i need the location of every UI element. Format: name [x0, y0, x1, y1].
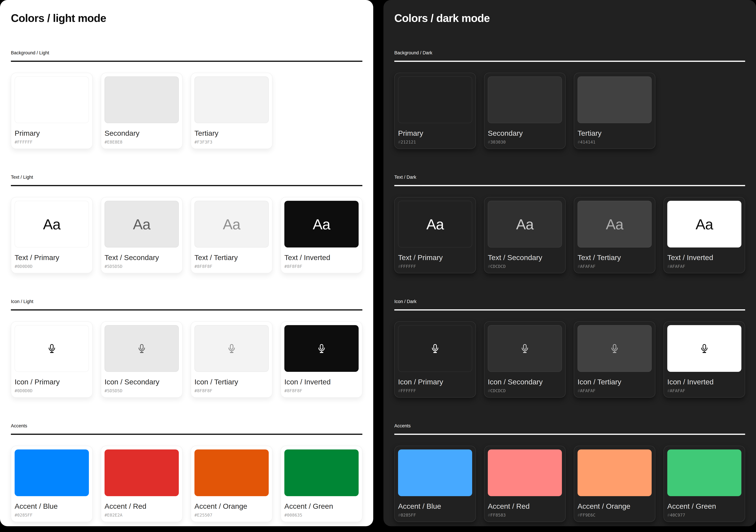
section-label: Icon / Dark: [394, 299, 745, 304]
section-divider: [394, 61, 745, 62]
card-hex: #0D0D0D: [14, 389, 89, 393]
section-icon-light: Icon / Light Icon / Primary #0D0D0D Icon…: [11, 299, 363, 398]
card-name: Text / Tertiary: [195, 253, 269, 262]
card-hex: #0285FF: [14, 513, 89, 518]
section-accents-dark: Accents Accent / Blue #0285FF Accent / R…: [394, 423, 745, 522]
aa-sample: Aa: [606, 217, 623, 232]
card-bg-tertiary: Tertiary #414141: [574, 73, 655, 149]
card-name: Accent / Green: [284, 502, 359, 510]
card-icon-inverted: Icon / Inverted #8F8F8F: [281, 321, 363, 398]
card-name: Text / Inverted: [284, 253, 359, 262]
color-swatch: [667, 449, 742, 496]
color-swatch: [14, 449, 89, 496]
text-sample-swatch: Aa: [104, 201, 179, 247]
icon-sample-swatch: [284, 325, 359, 372]
section-background-light: Background / Light Primary #FFFFFF Secon…: [11, 50, 363, 149]
color-swatch: [195, 449, 269, 496]
card-bg-primary: Primary #212121: [394, 73, 476, 149]
card-hex: #FFFFFF: [398, 264, 472, 269]
card-name: Text / Primary: [398, 253, 472, 262]
card-row: Primary #FFFFFF Secondary #E8E8E8 Tertia…: [11, 73, 363, 149]
icon-sample-swatch: [578, 325, 652, 372]
card-hex: #E8E8E8: [104, 140, 179, 144]
card-name: Icon / Secondary: [488, 378, 562, 386]
card-name: Icon / Secondary: [104, 378, 179, 386]
section-label: Text / Dark: [394, 174, 745, 180]
section-icon-dark: Icon / Dark Icon / Primary #FFFFFF Icon …: [394, 299, 745, 398]
color-swatch: [398, 449, 472, 496]
card-name: Icon / Primary: [14, 378, 89, 386]
card-hex: #CDCDCD: [488, 264, 562, 269]
color-swatch: [488, 449, 562, 496]
microphone-icon: [699, 343, 710, 354]
card-hex: #303030: [488, 140, 562, 144]
card-hex: #FFFFFF: [398, 389, 472, 393]
card-row: Icon / Primary #FFFFFF Icon / Secondary …: [394, 321, 745, 398]
text-sample-swatch: Aa: [578, 201, 652, 247]
color-swatch: [284, 449, 359, 496]
text-sample-swatch: Aa: [14, 201, 89, 247]
card-row: Accent / Blue #0285FF Accent / Red #FF85…: [394, 446, 745, 522]
color-swatch: [104, 449, 179, 496]
section-divider: [11, 61, 363, 62]
microphone-icon: [136, 343, 147, 354]
card-hex: #FF9E6C: [578, 513, 652, 518]
card-name: Icon / Tertiary: [195, 378, 269, 386]
card-hex: #0D0D0D: [14, 264, 89, 269]
section-text-dark: Text / Dark Aa Text / Primary #FFFFFF Aa…: [394, 174, 745, 273]
icon-sample-swatch: [14, 325, 89, 372]
color-swatch: [398, 76, 472, 123]
card-accent-orange: Accent / Orange #E25507: [191, 446, 272, 522]
card-bg-secondary: Secondary #E8E8E8: [101, 73, 182, 149]
page-title: Colors / dark mode: [394, 12, 745, 25]
text-sample-swatch: Aa: [284, 201, 359, 247]
microphone-icon: [520, 343, 530, 354]
aa-sample: Aa: [223, 217, 240, 232]
card-hex: #AFAFAF: [667, 389, 742, 393]
section-label: Background / Light: [11, 50, 363, 56]
card-accent-blue: Accent / Blue #0285FF: [394, 446, 476, 522]
card-icon-secondary: Icon / Secondary #CDCDCD: [484, 321, 566, 398]
section-label: Accents: [11, 423, 363, 429]
section-label: Accents: [394, 423, 745, 429]
color-swatch: [104, 76, 179, 123]
card-icon-secondary: Icon / Secondary #5D5D5D: [101, 321, 182, 398]
section-label: Icon / Light: [11, 299, 363, 304]
style-guide-canvas: Colors / light mode Background / Light P…: [0, 0, 756, 532]
aa-sample: Aa: [516, 217, 533, 232]
card-hex: #40C977: [667, 513, 742, 518]
card-text-inverted: Aa Text / Inverted #AFAFAF: [663, 197, 745, 273]
microphone-icon: [316, 343, 327, 354]
card-name: Accent / Blue: [398, 502, 472, 510]
section-divider: [394, 309, 745, 311]
card-hex: #E02E2A: [104, 513, 179, 518]
aa-sample: Aa: [313, 217, 330, 232]
card-icon-primary: Icon / Primary #FFFFFF: [394, 321, 476, 398]
card-text-primary: Aa Text / Primary #0D0D0D: [11, 197, 93, 273]
section-accents-light: Accents Accent / Blue #0285FF Accent / R…: [11, 423, 363, 522]
card-name: Primary: [14, 129, 89, 138]
card-name: Tertiary: [195, 129, 269, 138]
aa-sample: Aa: [695, 217, 713, 232]
card-name: Icon / Primary: [398, 378, 472, 386]
microphone-icon: [227, 343, 237, 354]
section-label: Text / Light: [11, 174, 363, 180]
card-name: Accent / Orange: [195, 502, 269, 510]
card-name: Icon / Tertiary: [578, 378, 652, 386]
panel-light-mode: Colors / light mode Background / Light P…: [0, 0, 373, 526]
card-bg-secondary: Secondary #303030: [484, 73, 566, 149]
section-divider: [11, 185, 363, 186]
card-name: Text / Primary: [14, 253, 89, 262]
text-sample-swatch: Aa: [398, 201, 472, 247]
icon-sample-swatch: [398, 325, 472, 372]
card-name: Secondary: [488, 129, 562, 138]
card-text-tertiary: Aa Text / Tertiary #AFAFAF: [574, 197, 655, 273]
card-hex: #F3F3F3: [195, 140, 269, 144]
color-swatch: [488, 76, 562, 123]
text-sample-swatch: Aa: [195, 201, 269, 247]
section-label: Background / Dark: [394, 50, 745, 56]
section-divider: [394, 434, 745, 435]
card-text-inverted: Aa Text / Inverted #8F8F8F: [281, 197, 363, 273]
color-swatch: [578, 76, 652, 123]
card-name: Accent / Red: [104, 502, 179, 510]
